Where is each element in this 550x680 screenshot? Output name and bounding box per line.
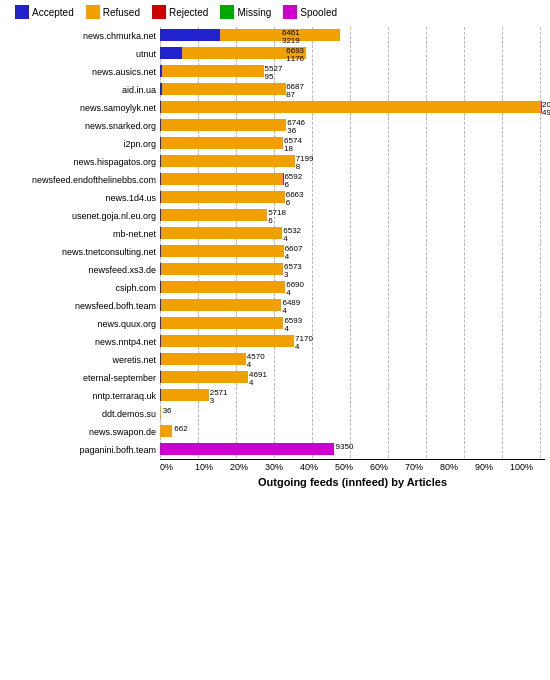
row-label: news.1d4.us [5, 193, 160, 203]
row-label: newsfeed.bofh.team [5, 301, 160, 311]
accepted-value-label: 6 [284, 180, 288, 189]
bar-inner [160, 137, 545, 149]
refused-bar [161, 263, 283, 275]
refused-bar [160, 407, 161, 419]
refused-value-label: 36 [163, 406, 172, 415]
bar-inner [160, 191, 545, 203]
row-label: news.snarked.org [5, 121, 160, 131]
bar-inner [160, 335, 545, 347]
bar-section: 25713 [160, 387, 545, 404]
table-row: news.snarked.org674636 [5, 117, 545, 134]
bar-inner [160, 281, 545, 293]
table-row: aid.in.ua668787 [5, 81, 545, 98]
bar-inner [160, 407, 545, 419]
legend-label: Rejected [169, 7, 208, 18]
bar-section: 46914 [160, 369, 545, 386]
row-label: eternal-september [5, 373, 160, 383]
table-row: i2pn.org657418 [5, 135, 545, 152]
accepted-value-label: 4 [285, 252, 289, 261]
table-row: newsfeed.endofthelinebbs.com65926 [5, 171, 545, 188]
table-row: news.1d4.us66636 [5, 189, 545, 206]
table-row: news.ausics.net552795 [5, 63, 545, 80]
table-row: news.quux.org65934 [5, 315, 545, 332]
bar-inner [160, 353, 545, 365]
row-label: news.tnetconsulting.net [5, 247, 160, 257]
row-label: newsfeed.endofthelinebbs.com [5, 175, 160, 185]
bar-section: 65934 [160, 315, 545, 332]
refused-bar [161, 389, 209, 401]
bar-section: 662 [160, 423, 545, 440]
accepted-value-label: 3 [210, 396, 214, 405]
bar-section: 36 [160, 405, 545, 422]
x-tick: 20% [230, 460, 265, 472]
bar-section: 2046949 [160, 99, 545, 116]
accepted-value-label: 87 [286, 90, 295, 99]
spooled-bar [160, 443, 334, 455]
refused-bar [161, 299, 281, 311]
bar-inner [160, 245, 545, 257]
table-row: nntp.terraraq.uk25713 [5, 387, 545, 404]
table-row: eternal-september46914 [5, 369, 545, 386]
accepted-value-label: 1176 [286, 54, 304, 63]
row-label: csiph.com [5, 283, 160, 293]
legend-color [220, 5, 234, 19]
row-label: weretis.net [5, 355, 160, 365]
table-row: usenet.goja.nl.eu.org57186 [5, 207, 545, 224]
accepted-value-label: 18 [284, 144, 293, 153]
row-label: news.quux.org [5, 319, 160, 329]
bar-section: 71704 [160, 333, 545, 350]
x-tick: 70% [405, 460, 440, 472]
table-row: utnut66931176 [5, 45, 545, 62]
refused-bar [160, 425, 172, 437]
bar-inner [160, 83, 545, 95]
refused-value-label: 9350 [336, 442, 354, 451]
refused-bar [161, 335, 294, 347]
x-tick: 60% [370, 460, 405, 472]
x-tick: 10% [195, 460, 230, 472]
refused-bar [161, 137, 283, 149]
bar-inner [160, 227, 545, 239]
bar-inner [160, 47, 545, 59]
accepted-value-label: 8 [296, 162, 300, 171]
accepted-value-label: 6 [268, 216, 272, 225]
bar-section: 66636 [160, 189, 545, 206]
refused-bar [161, 101, 541, 113]
refused-bar [161, 281, 285, 293]
refused-bar [161, 191, 285, 203]
refused-bar [162, 65, 265, 77]
bar-section: 66931176 [160, 45, 545, 62]
row-label: newsfeed.xs3.de [5, 265, 160, 275]
legend-label: Refused [103, 7, 140, 18]
bar-section: 64894 [160, 297, 545, 314]
legend-color [283, 5, 297, 19]
refused-bar [161, 119, 286, 131]
bar-section: 66904 [160, 279, 545, 296]
bar-section: 552795 [160, 63, 545, 80]
bar-inner [160, 173, 545, 185]
x-tick: 100% [510, 460, 545, 472]
refused-bar [161, 317, 283, 329]
table-row: newsfeed.bofh.team64894 [5, 297, 545, 314]
chart-area: news.chmurka.net64613219utnut66931176new… [5, 27, 545, 472]
x-tick: 30% [265, 460, 300, 472]
row-label: i2pn.org [5, 139, 160, 149]
x-tick: 40% [300, 460, 335, 472]
bar-inner [160, 119, 545, 131]
x-tick: 0% [160, 460, 195, 472]
table-row: news.hispagatos.org71998 [5, 153, 545, 170]
legend-item-spooled: Spooled [283, 5, 337, 19]
row-label: news.hispagatos.org [5, 157, 160, 167]
accepted-value-label: 3 [284, 270, 288, 279]
table-row: news.samoylyk.net2046949 [5, 99, 545, 116]
legend-label: Spooled [300, 7, 337, 18]
accepted-value-label: 36 [287, 126, 296, 135]
table-row: news.swapon.de662 [5, 423, 545, 440]
accepted-value-label: 95 [265, 72, 274, 81]
bar-section: 64613219 [160, 27, 545, 44]
table-row: paganini.bofh.team9350 [5, 441, 545, 458]
legend-item-refused: Refused [86, 5, 140, 19]
bar-section: 65324 [160, 225, 545, 242]
row-label: utnut [5, 49, 160, 59]
table-row: news.chmurka.net64613219 [5, 27, 545, 44]
accepted-bar [160, 29, 220, 41]
